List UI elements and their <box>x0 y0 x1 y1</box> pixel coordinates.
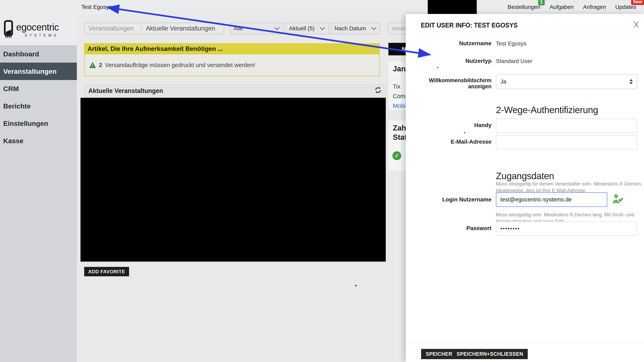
updates-new-badge: New <box>631 0 644 5</box>
breadcrumb-chevron-icon <box>136 25 143 32</box>
phone-logo-icon <box>4 20 13 39</box>
nutzername-value: Test Egosys <box>496 40 526 47</box>
sidebar: Dashboard Veranstaltungen CRM Berichte E… <box>0 45 77 362</box>
refresh-icon[interactable] <box>374 86 382 96</box>
alert-count: 2 <box>99 62 102 69</box>
add-favorite-button[interactable]: ADD FAVORITE <box>84 267 129 276</box>
handy-label: Handy <box>406 122 492 128</box>
close-icon[interactable] <box>633 21 639 29</box>
chevron-down-icon <box>274 25 280 32</box>
sidebar-item-berichte[interactable]: Berichte <box>0 97 77 115</box>
logo: egocentric SYSTEMS <box>0 14 77 45</box>
filter-status-select[interactable]: Aktuell (5) <box>286 23 329 34</box>
chevron-down-icon <box>320 25 325 32</box>
credentials-heading: Zugangsdaten <box>496 170 554 182</box>
warning-icon: ! <box>89 62 96 68</box>
annotation-dot-blue <box>437 67 438 68</box>
select-spinner-icon <box>630 79 633 84</box>
sidebar-item-kasse[interactable]: Kasse <box>0 132 77 149</box>
redaction-box-main <box>80 98 386 262</box>
edit-user-panel: EDIT USER INFO: TEST EGOSYS Nutzername T… <box>406 14 644 362</box>
sidebar-item-dashboard[interactable]: Dashboard <box>0 45 77 63</box>
welcome-screen-label: Willkommensbildschirm anzeigen <box>406 77 492 89</box>
twofa-heading: 2-Wege-Authentifizierung <box>496 104 598 115</box>
nav-aufgaben[interactable]: Aufgaben <box>550 4 574 10</box>
filter-sort-select[interactable]: Nach Datum <box>331 23 380 34</box>
login-hint: Muss einzigartig für diesen Veranstalter… <box>496 180 642 194</box>
login-username-label: Login Nutzername <box>406 197 492 203</box>
sidebar-item-crm[interactable]: CRM <box>0 80 77 97</box>
logo-name: egocentric <box>16 22 59 33</box>
annotation-dot-black <box>355 285 356 286</box>
save-and-close-button[interactable]: SPEICHERN+SCHLIESSEN <box>452 349 528 359</box>
nav-bestellungen[interactable]: Bestellungen 1 <box>508 4 540 10</box>
login-username-input[interactable] <box>496 192 607 207</box>
top-bar: Test Egosys Bestellungen 1 Aufgaben Anfr… <box>0 0 644 14</box>
alert-message: Versandaufträge müssen gedruckt und vers… <box>105 62 255 69</box>
nutzertyp-label: Nutzertyp <box>406 58 492 64</box>
divider <box>416 32 638 32</box>
nutzertyp-value: Standard User <box>496 58 532 64</box>
welcome-screen-select[interactable]: Ja <box>496 74 637 89</box>
sidebar-item-veranstaltungen[interactable]: Veranstaltungen <box>0 63 77 80</box>
chevron-down-icon <box>371 25 377 32</box>
nav-updates[interactable]: Updates New <box>615 4 636 10</box>
panel-title: EDIT USER INFO: TEST EGOSYS <box>421 21 518 29</box>
top-navigation: Bestellungen 1 Aufgaben Anfragen Updates… <box>508 0 644 14</box>
redaction-box-top <box>428 0 477 14</box>
events-panel-title: Aktuelle Veranstaltungen <box>88 87 163 95</box>
alert-message-row: ! 2 Versandaufträge müssen gedruckt und … <box>84 54 380 76</box>
card-row-tix: Tix <box>393 83 400 90</box>
email-input[interactable] <box>496 135 637 149</box>
email-label: E-Mail-Adresse <box>406 139 492 145</box>
payment-card-title-line2: Stat <box>393 133 407 142</box>
events-panel-header: Aktuelle Veranstaltungen <box>84 84 386 98</box>
password-input[interactable] <box>496 221 637 236</box>
orders-count-badge: 1 <box>538 0 545 6</box>
alert-title: Artikel, Die Ihre Aufmerksamkeit Benötig… <box>84 43 380 54</box>
annotation-dot-blue <box>464 132 465 133</box>
breadcrumb-current: Aktuelle Veranstaltungen <box>146 25 215 32</box>
breadcrumb-parent[interactable]: Veranstaltungen <box>88 25 134 32</box>
breadcrumb: Veranstaltungen Aktuelle Veranstaltungen <box>84 23 224 34</box>
divider <box>406 343 644 343</box>
app-screen: Test Egosys Bestellungen 1 Aufgaben Anfr… <box>0 0 644 362</box>
logo-subtitle: SYSTEMS <box>16 33 59 38</box>
filter-type-select[interactable]: Alle <box>230 23 284 34</box>
current-user-label: Test Egosys <box>81 0 112 14</box>
check-circle-icon: ✓ <box>392 151 401 160</box>
nav-anfragen[interactable]: Anfragen <box>583 4 606 10</box>
handy-input[interactable] <box>496 119 637 133</box>
sidebar-item-einstellungen[interactable]: Einstellungen <box>0 115 77 132</box>
user-check-icon <box>612 194 623 205</box>
password-label: Passwort <box>406 225 492 231</box>
nutzername-label: Nutzername <box>406 40 492 47</box>
attention-alert: Artikel, Die Ihre Aufmerksamkeit Benötig… <box>84 43 380 76</box>
